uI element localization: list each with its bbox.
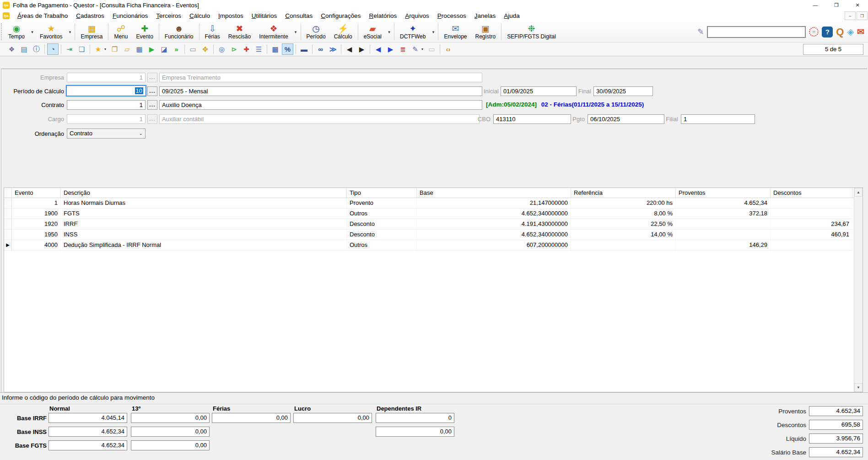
filial-field[interactable]: 1 <box>681 114 755 124</box>
menu-configuracoes[interactable]: Configurações <box>317 11 365 21</box>
run-icon[interactable]: ▶ <box>146 43 157 55</box>
grid-row[interactable]: 1900 FGTS Outros 4.652,340000000 8,00 % … <box>4 209 863 219</box>
menu-relatorios[interactable]: Relatórios <box>365 11 401 21</box>
prev-record-icon[interactable]: ◀ <box>344 43 355 55</box>
periodo-browse-button[interactable]: ... <box>147 86 157 96</box>
xml-icon[interactable]: ‹› <box>442 43 454 55</box>
highlight-icon[interactable]: ✎ <box>410 43 421 55</box>
save-icon[interactable]: ▦ <box>134 43 145 55</box>
menu-funcionarios[interactable]: Funcionários <box>108 11 152 21</box>
preview-icon[interactable]: ◎ <box>216 43 227 55</box>
col-header-base[interactable]: Base <box>417 188 571 198</box>
contrato-code-field[interactable]: 1 <box>67 100 146 110</box>
open-form-icon[interactable]: ❐ <box>109 43 120 55</box>
favorites-small-icon[interactable]: ★ <box>92 43 104 55</box>
menu-calculo[interactable]: Cálculo <box>185 11 214 21</box>
menu-impostos[interactable]: Impostos <box>214 11 248 21</box>
exit-icon[interactable]: ⇥ <box>64 43 75 55</box>
funcionario-button[interactable]: ☻ Funcionário <box>161 21 198 42</box>
periodo-code-field[interactable]: 10 <box>66 85 146 96</box>
search-input[interactable] <box>707 26 806 38</box>
menu-button[interactable]: ☍ Menu <box>110 21 132 42</box>
menu-utilitarios[interactable]: Utilitários <box>248 11 281 21</box>
run-calc-icon[interactable]: » <box>171 43 182 55</box>
row-selector[interactable] <box>4 209 12 219</box>
next-record-icon[interactable]: ▶ <box>356 43 367 55</box>
wallet-icon[interactable]: ▬ <box>298 43 310 55</box>
sefip-fgts-button[interactable]: ❉ SEFIP/FGTS Digital <box>503 21 560 42</box>
menu-processos[interactable]: Processos <box>433 11 470 21</box>
intermitente-dropdown-icon[interactable]: ▾ <box>292 21 299 42</box>
row-selector[interactable] <box>4 230 12 240</box>
evento-button[interactable]: ✚ Evento <box>132 21 157 42</box>
mdi-restore-button[interactable]: ❐ <box>857 11 868 20</box>
menu-consultas[interactable]: Consultas <box>281 11 317 21</box>
dctfweb-button[interactable]: ✦ DCTFWeb <box>396 21 430 42</box>
rescisao-button[interactable]: ✖ Rescisão <box>224 21 255 42</box>
dctfweb-dropdown-icon[interactable]: ▾ <box>430 21 437 42</box>
grid-row[interactable]: 1 Horas Normais Diurnas Provento 21,1470… <box>4 198 863 209</box>
favorites-caret-icon[interactable]: ▾ <box>104 47 108 51</box>
add-event-icon[interactable]: ✚ <box>241 43 252 55</box>
scroll-up-icon[interactable]: ▲ <box>854 188 863 197</box>
periodo-button[interactable]: ◷ Período <box>302 21 330 42</box>
contrato-desc-field[interactable]: Auxilio Doença <box>159 100 482 110</box>
favoritos-button[interactable]: ★ Favoritos <box>36 21 66 42</box>
ferias-button[interactable]: ⇩ Férias <box>201 21 224 42</box>
stopwatch-icon[interactable]: ◔ <box>47 43 59 55</box>
tempo-button[interactable]: ◉ Tempo <box>4 21 29 42</box>
grid-row[interactable]: 1950 INSS Desconto 4.652,340000000 14,00… <box>4 230 863 240</box>
esocial-button[interactable]: ▰ eSocial <box>360 21 386 42</box>
envelope-button[interactable]: ✉ Envelope <box>440 21 471 42</box>
col-header-tipo[interactable]: Tipo <box>347 188 417 198</box>
legend-icon[interactable]: ≣ <box>397 43 409 55</box>
favoritos-dropdown-icon[interactable]: ▾ <box>66 21 73 42</box>
minimize-button[interactable]: — <box>805 0 826 10</box>
menu-terceiros[interactable]: Terceiros <box>152 11 185 21</box>
first-record-icon[interactable]: ◀ <box>372 43 384 55</box>
highlight-brush-icon[interactable]: ✎ <box>697 27 704 37</box>
contrato-browse-button[interactable]: ... <box>147 100 157 110</box>
find-icon[interactable]: ∞ <box>315 43 326 55</box>
final-date-field[interactable]: 30/09/2025 <box>593 86 653 96</box>
ordenacao-select[interactable]: Contrato ⌄ <box>67 128 146 139</box>
col-header-proventos[interactable]: Proventos <box>676 188 771 198</box>
tempo-dropdown-icon[interactable]: ▾ <box>29 21 36 42</box>
current-row-marker-icon[interactable]: ▶ <box>4 240 12 251</box>
move-folder-icon[interactable]: ✥ <box>199 43 211 55</box>
help-book-icon[interactable]: ❖ <box>6 43 17 55</box>
mail-icon[interactable]: ✉ <box>857 27 864 37</box>
report-icon[interactable]: ▤ <box>18 43 30 55</box>
menu-ajuda[interactable]: Ajuda <box>500 11 524 21</box>
highlight-caret-icon[interactable]: ▾ <box>421 47 426 51</box>
row-selector[interactable] <box>4 198 12 209</box>
menu-areas-de-trabalho[interactable]: Áreas de Trabalho <box>13 11 72 21</box>
water-drop-icon[interactable]: ◈ <box>847 27 854 37</box>
mdi-minimize-button[interactable]: – <box>845 11 856 20</box>
open-folder-icon[interactable]: ▱ <box>121 43 133 55</box>
intermitente-button[interactable]: ❖ Intermitente <box>255 21 292 42</box>
info-icon[interactable]: ⓘ <box>31 43 42 55</box>
close-button[interactable]: ✕ <box>847 0 868 10</box>
col-header-referencia[interactable]: Referência <box>571 188 676 198</box>
last-record-icon[interactable]: ▶ <box>385 43 396 55</box>
percent-grid-icon[interactable]: % <box>282 43 293 55</box>
restore-button[interactable]: ❐ <box>826 0 847 10</box>
find-next-icon[interactable]: ≫ <box>327 43 339 55</box>
periodo-desc-field[interactable]: 09/2025 - Mensal <box>159 86 482 96</box>
row-selector[interactable] <box>4 219 12 230</box>
grid-row[interactable]: 1920 IRRF Desconto 4.191,430000000 22,50… <box>4 219 863 230</box>
registro-button[interactable]: ▣ Registro <box>471 21 500 42</box>
frame-icon[interactable]: ▭ <box>187 43 199 55</box>
col-header-descontos[interactable]: Descontos <box>771 188 852 198</box>
run-query-icon[interactable]: ⊳ <box>228 43 240 55</box>
print-icon[interactable]: ❏ <box>76 43 87 55</box>
save-all-icon[interactable]: ◪ <box>158 43 170 55</box>
menu-cadastros[interactable]: Cadastros <box>72 11 108 21</box>
vertical-scrollbar[interactable]: ▲ ▼ <box>854 188 863 392</box>
col-header-evento[interactable]: Evento <box>12 188 61 198</box>
esocial-dropdown-icon[interactable]: ▾ <box>386 21 393 42</box>
questor-logo-icon[interactable]: Q <box>836 26 844 38</box>
scroll-down-icon[interactable]: ▼ <box>854 383 863 392</box>
empresa-button[interactable]: ▦ Empresa <box>76 21 107 42</box>
